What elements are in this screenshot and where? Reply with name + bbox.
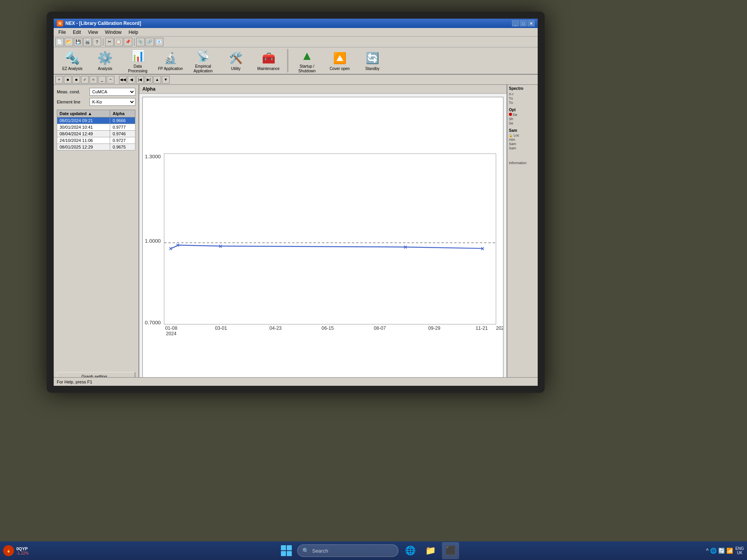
- tool-utility[interactable]: 🛠️ Utility: [220, 48, 251, 73]
- stock-item: 🔥 0QYP -1.22%: [3, 545, 29, 556]
- windows-icon: [281, 545, 292, 556]
- table-row[interactable]: 08/01/2024 09:21 0.9666: [57, 117, 135, 124]
- close-button[interactable]: ✕: [528, 20, 535, 26]
- tool-cover-open[interactable]: 🔼 Cover open: [324, 48, 355, 73]
- content-area: Meas. cond. CuMCA Element line K-Kα Date…: [54, 85, 538, 384]
- toolbar-cut[interactable]: ✂: [105, 38, 114, 46]
- maximize-button[interactable]: □: [520, 20, 527, 26]
- element-line-label: Element line: [57, 100, 88, 104]
- action-add[interactable]: +: [55, 76, 63, 84]
- table-row[interactable]: 08/04/2024 12:49 0.9746: [57, 131, 135, 137]
- startup-shutdown-icon: ▲: [298, 48, 316, 63]
- tool-standby[interactable]: 🔄 Standby: [357, 48, 388, 73]
- analysis-label: Analysis: [98, 66, 112, 71]
- table-row[interactable]: 24/10/2024 11:06 0.9727: [57, 137, 135, 144]
- col-date[interactable]: Date updated ▲: [57, 110, 110, 117]
- data-processing-icon: 📊: [129, 48, 146, 63]
- tray-network[interactable]: 🌐: [710, 548, 717, 554]
- tool-analysis[interactable]: ⚙️ Analysis: [89, 48, 121, 73]
- menu-edit[interactable]: Edit: [70, 29, 84, 36]
- meas-cond-select[interactable]: CuMCA: [89, 88, 135, 96]
- table-row[interactable]: 08/01/2025 12:29 0.9675: [57, 144, 135, 150]
- stock-change: -1.22%: [16, 551, 29, 555]
- toolbar-print[interactable]: 🖨️: [83, 38, 92, 46]
- taskbar-app-browser[interactable]: 🌐: [402, 542, 419, 559]
- taskbar-app-nex[interactable]: ⬛: [442, 542, 459, 559]
- table-cell-alpha: 0.9666: [110, 117, 135, 124]
- tool-ez-analysis[interactable]: 🔩 EZ Analysis: [57, 48, 88, 73]
- tool-maintenance[interactable]: 🧰 Maintenance: [253, 48, 284, 73]
- win-square-1: [281, 545, 286, 550]
- minimize-button[interactable]: _: [512, 20, 519, 26]
- search-bar[interactable]: 🔍 Search: [297, 544, 398, 557]
- meas-cond-row: Meas. cond. CuMCA: [57, 88, 135, 96]
- tool-data-processing[interactable]: 📊 Data Processing: [122, 46, 153, 75]
- action-toolbar: + ■ ■ ✓ ≈ ⎯ ~ ◀◀ ◀ |◀ ▶| ▲ ▼: [54, 75, 538, 85]
- standby-icon: 🔄: [364, 50, 381, 66]
- svg-text:2024: 2024: [166, 331, 177, 336]
- action-black-square2[interactable]: ■: [72, 76, 80, 84]
- system-tray: ^ 🌐 🔄 📶 ENG UK: [706, 546, 744, 555]
- svg-text:1.3000: 1.3000: [145, 154, 161, 159]
- toolbar-new[interactable]: 📄: [55, 38, 64, 46]
- cover-open-label: Cover open: [330, 66, 350, 71]
- action-nav5[interactable]: ▲: [153, 76, 161, 84]
- stock-info: 0QYP -1.22%: [16, 546, 29, 555]
- right-sam1-item: Sam: [509, 142, 536, 146]
- toolbar-paste[interactable]: 📌: [124, 38, 132, 46]
- right-atm-item: Atm: [509, 138, 536, 142]
- stock-logo: 🔥: [3, 545, 14, 556]
- empirical-label: Empirical Application: [189, 64, 217, 74]
- toolbar-extra2[interactable]: 🔗: [146, 38, 154, 46]
- startup-shutdown-label: Startup / Shutdown: [293, 64, 321, 74]
- right-sample-title: Sam: [509, 128, 536, 133]
- toolbar-help[interactable]: ?: [93, 38, 101, 46]
- window-title: NEX - [Library Calibration Record]: [65, 21, 141, 26]
- action-check[interactable]: ✓: [81, 76, 89, 84]
- toolbar-extra1[interactable]: 📎: [136, 38, 145, 46]
- menu-help[interactable]: Help: [126, 29, 142, 36]
- menu-file[interactable]: File: [55, 29, 69, 36]
- right-tube-item: Tu: [509, 96, 536, 100]
- start-button[interactable]: [279, 543, 294, 558]
- menu-window[interactable]: Window: [102, 29, 125, 36]
- element-line-select[interactable]: K-Kα: [89, 98, 135, 106]
- tool-empirical[interactable]: 📡 Empirical Application: [188, 46, 219, 75]
- col-alpha[interactable]: Alpha: [110, 110, 135, 117]
- chart-svg: 1.3000 1.0000 0.7000: [143, 97, 503, 381]
- right-options-section: Opt De Sh Se: [509, 108, 536, 125]
- action-nav4[interactable]: ▶|: [145, 76, 153, 84]
- title-bar: N NEX - [Library Calibration Record] _ □…: [54, 19, 538, 28]
- toolbar-copy[interactable]: 📋: [114, 38, 123, 46]
- action-nav1[interactable]: ◀◀: [119, 76, 127, 84]
- toolbar-extra3[interactable]: 📧: [155, 38, 163, 46]
- empirical-icon: 📡: [195, 48, 212, 63]
- tool-startup-shutdown[interactable]: ▲ Startup / Shutdown: [291, 46, 323, 75]
- action-nav2[interactable]: ◀: [128, 76, 135, 84]
- toolbar-save[interactable]: 💾: [74, 38, 82, 46]
- action-nav6[interactable]: ▼: [162, 76, 170, 84]
- table-row[interactable]: 30/01/2024 10:41 0.9777: [57, 124, 135, 131]
- svg-text:04-23: 04-23: [270, 326, 282, 331]
- action-black-square[interactable]: ■: [64, 76, 72, 84]
- action-flat[interactable]: ⎯: [98, 76, 106, 84]
- tray-wifi[interactable]: 📶: [726, 548, 733, 554]
- toolbar-open[interactable]: 📂: [65, 38, 73, 46]
- left-panel: Meas. cond. CuMCA Element line K-Kα Date…: [54, 85, 139, 384]
- tool-fp-application[interactable]: 🔬 FP Application: [155, 48, 186, 73]
- tray-refresh[interactable]: 🔄: [718, 548, 725, 554]
- action-nav3[interactable]: |◀: [136, 76, 144, 84]
- right-xr-item: X-r: [509, 92, 536, 96]
- taskbar-app-folder[interactable]: 📁: [422, 542, 439, 559]
- action-wave[interactable]: ≈: [89, 76, 97, 84]
- chart-title: Alpha: [139, 85, 507, 94]
- tray-clock[interactable]: ENG UK: [735, 546, 744, 555]
- svg-text:×: ×: [403, 244, 407, 250]
- taskbar-center: 🔍 Search 🌐 📁 ⬛: [32, 542, 706, 559]
- menu-view[interactable]: View: [85, 29, 101, 36]
- chart-area: Alpha 1.3000 1.0000 0.7000: [139, 85, 507, 384]
- stock-symbol: 0QYP: [16, 546, 29, 551]
- action-tilde[interactable]: ~: [107, 76, 114, 84]
- tray-chevron[interactable]: ^: [706, 548, 709, 554]
- svg-text:×: ×: [219, 243, 222, 250]
